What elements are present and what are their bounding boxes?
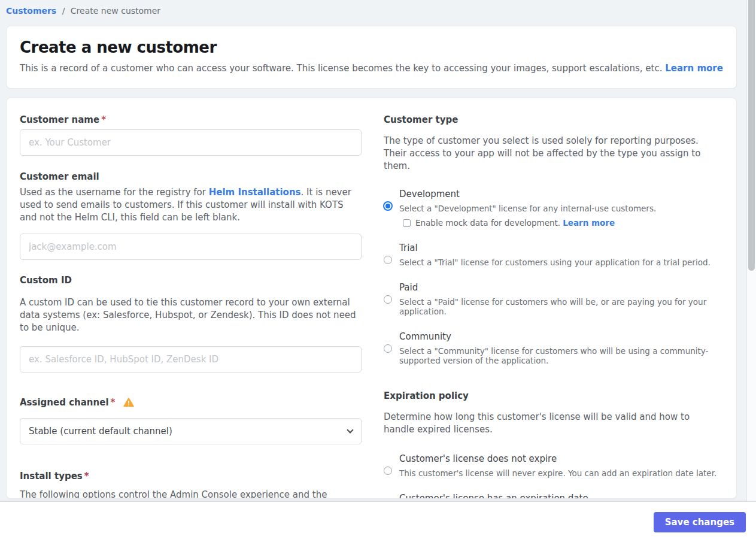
development-option-description: Select a "Development" license for any i…	[399, 204, 719, 213]
page-description-text: This is a record of a customer who can a…	[20, 63, 665, 74]
assigned-channel-label: Assigned channel*	[20, 397, 362, 410]
customer-type-options: Development Select a "Development" licen…	[384, 188, 719, 365]
custom-id-description: A custom ID can be used to tie this cust…	[20, 296, 362, 334]
breadcrumb: Customers / Create new customer	[6, 6, 160, 16]
paid-radio[interactable]	[384, 295, 392, 304]
required-asterisk: *	[101, 114, 106, 125]
custom-id-input[interactable]	[20, 346, 362, 373]
expiration-option-has-expiration-date: Customer's license has an expiration dat…	[384, 492, 719, 499]
customer-type-option-paid: Paid Select a "Paid" license for custome…	[384, 281, 719, 316]
header-learn-more-link[interactable]: Learn more	[665, 63, 723, 74]
footer-bar: Save changes	[0, 501, 756, 542]
create-customer-page: Customers / Create new customer Create a…	[0, 0, 756, 542]
customer-email-label: Customer email	[20, 171, 362, 182]
install-types-label-text: Install types	[20, 471, 83, 482]
customer-email-description: Used as the username for the registry fo…	[20, 186, 362, 224]
required-asterisk: *	[84, 471, 89, 482]
customer-type-option-development: Development Select a "Development" licen…	[384, 188, 719, 228]
has-expiration-date-label: Customer's license has an expiration dat…	[399, 492, 719, 499]
form-right-column: Customer type The type of customer you s…	[384, 114, 719, 482]
page-description: This is a record of a customer who can a…	[20, 63, 723, 74]
helm-installations-link[interactable]: Helm Installations	[209, 187, 301, 198]
paid-option-label: Paid	[399, 281, 719, 293]
mock-data-learn-more-link[interactable]: Learn more	[563, 218, 615, 228]
required-asterisk: *	[111, 397, 116, 408]
mock-data-checkbox-label: Enable mock data for development.	[415, 218, 560, 228]
expiration-policy-title: Expiration policy	[384, 390, 719, 401]
customer-email-input[interactable]	[20, 234, 362, 260]
install-types-description: The following options control the Admin …	[20, 489, 362, 499]
page-title: Create a new customer	[20, 38, 723, 56]
trial-option-label: Trial	[399, 242, 719, 254]
customer-type-description: The type of customer you select is used …	[384, 135, 719, 172]
customer-type-title: Customer type	[384, 114, 719, 125]
install-types-label: Install types*	[20, 471, 362, 482]
scrollbar-thumb[interactable]	[748, 0, 755, 271]
customer-name-input[interactable]	[20, 129, 362, 156]
install-types-desc-text: The following options control the Admin …	[20, 489, 327, 499]
mock-data-checkbox-row: Enable mock data for development. Learn …	[403, 218, 719, 228]
chevron-down-icon	[347, 426, 353, 433]
does-not-expire-description: This customer's license will never expir…	[399, 468, 719, 478]
trial-radio[interactable]	[384, 256, 392, 264]
expiration-policy-options: Customer's license does not expire This …	[384, 453, 719, 499]
customer-name-label-text: Customer name	[20, 114, 99, 125]
breadcrumb-separator: /	[62, 6, 65, 16]
community-option-description: Select a "Community" license for custome…	[399, 346, 719, 365]
development-radio[interactable]	[383, 201, 393, 211]
mock-data-checkbox[interactable]	[403, 219, 411, 227]
breadcrumb-customers-link[interactable]: Customers	[6, 6, 56, 16]
page-scrollbar	[746, 0, 756, 501]
paid-option-description: Select a "Paid" license for customers wh…	[399, 297, 719, 316]
breadcrumb-current: Create new customer	[71, 6, 160, 16]
expiration-policy-description: Determine how long this customer's licen…	[384, 411, 719, 436]
trial-option-description: Select a "Trial" license for customers u…	[399, 258, 719, 267]
community-option-label: Community	[399, 331, 719, 343]
customer-type-option-trial: Trial Select a "Trial" license for custo…	[384, 242, 719, 267]
save-changes-button[interactable]: Save changes	[654, 512, 746, 532]
does-not-expire-radio[interactable]	[384, 467, 392, 475]
community-radio[interactable]	[384, 344, 392, 353]
development-option-label: Development	[399, 188, 719, 200]
assigned-channel-select[interactable]: Stable (current default channel)	[20, 418, 362, 444]
assigned-channel-label-text: Assigned channel	[20, 397, 109, 408]
assigned-channel-selected-value: Stable (current default channel)	[29, 426, 348, 437]
form-card: Customer name* Customer email Used as th…	[6, 98, 737, 499]
customer-type-option-community: Community Select a "Community" license f…	[384, 331, 719, 365]
custom-id-label: Custom ID	[20, 275, 362, 286]
form-left-column: Customer name* Customer email Used as th…	[20, 114, 362, 482]
expiration-option-does-not-expire: Customer's license does not expire This …	[384, 453, 719, 478]
customer-name-label: Customer name*	[20, 114, 362, 125]
warning-triangle-icon	[123, 398, 134, 410]
email-desc-text-1: Used as the username for the registry fo…	[20, 187, 209, 198]
does-not-expire-label: Customer's license does not expire	[399, 453, 719, 465]
header-card: Create a new customer This is a record o…	[6, 26, 737, 89]
